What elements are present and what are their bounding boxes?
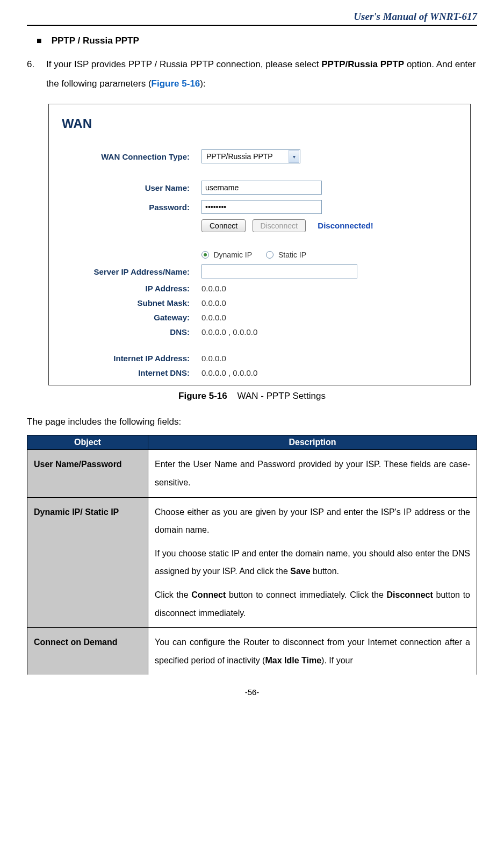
desc-bold: Disconnect xyxy=(387,590,433,599)
table-row: User Name/Password Enter the User Name a… xyxy=(27,450,477,497)
wan-conn-type-select[interactable]: PPTP/Russia PPTP ▾ xyxy=(201,149,300,163)
connect-button[interactable]: Connect xyxy=(201,219,246,232)
disconnect-button: Disconnect xyxy=(253,219,306,232)
para-text-1: If your ISP provides PPTP / Russia PPTP … xyxy=(46,59,321,69)
value-ip: 0.0.0.0 xyxy=(201,284,226,293)
desc-bold: Connect xyxy=(191,590,226,599)
figure-link[interactable]: Figure 5-16 xyxy=(152,78,200,89)
label-gateway: Gateway: xyxy=(62,313,201,322)
desc-para: Choose either as you are given by your I… xyxy=(155,503,470,539)
username-input[interactable] xyxy=(201,181,322,195)
cell-object: User Name/Password xyxy=(27,450,148,497)
caption-text: WAN - PPTP Settings xyxy=(237,391,326,401)
desc-text: button. xyxy=(311,567,339,576)
cell-description: Choose either as you are given by your I… xyxy=(148,497,477,628)
manual-title: User's Manual of WNRT-617 xyxy=(354,11,477,22)
cell-object: Dynamic IP/ Static IP xyxy=(27,497,148,628)
connection-status: Disconnected! xyxy=(318,221,373,230)
table-header-row: Object Description xyxy=(27,435,477,450)
desc-bold: Max Idle Time xyxy=(265,656,321,665)
section-heading: ■ PPTP / Russia PPTP xyxy=(37,35,477,46)
server-input[interactable] xyxy=(201,264,357,278)
numbered-instruction: 6. If your ISP provides PPTP / Russia PP… xyxy=(27,55,477,93)
static-ip-label: Static IP xyxy=(278,250,306,259)
figure-caption: Figure 5-16 WAN - PPTP Settings xyxy=(27,391,477,402)
value-dns: 0.0.0.0 , 0.0.0.0 xyxy=(201,327,257,337)
para-text-3: ): xyxy=(200,78,205,89)
table-row: Connect on Demand You can configure the … xyxy=(27,628,477,675)
label-subnet: Subnet Mask: xyxy=(62,298,201,307)
label-inet-dns: Internet DNS: xyxy=(62,368,201,377)
desc-text: ). If your xyxy=(321,656,353,665)
header-description: Description xyxy=(148,435,477,450)
caption-number: Figure 5-16 xyxy=(178,391,227,401)
static-ip-radio[interactable] xyxy=(266,251,273,259)
label-username: User Name: xyxy=(62,183,201,192)
page-number: -56- xyxy=(27,688,477,697)
desc-para: Click the Connect button to connect imme… xyxy=(155,586,470,622)
dynamic-ip-label: Dynamic IP xyxy=(213,250,252,259)
cell-description: Enter the User Name and Password provide… xyxy=(148,450,477,497)
cell-description: You can configure the Router to disconne… xyxy=(148,628,477,675)
password-input[interactable] xyxy=(201,200,322,214)
square-bullet-icon: ■ xyxy=(37,36,42,46)
table-row: Dynamic IP/ Static IP Choose either as y… xyxy=(27,497,477,628)
desc-text: Click the xyxy=(155,590,191,599)
label-password: Password: xyxy=(62,203,201,212)
instruction-text: If your ISP provides PPTP / Russia PPTP … xyxy=(46,55,477,93)
value-inet-ip: 0.0.0.0 xyxy=(201,354,226,363)
wan-title: WAN xyxy=(62,116,457,131)
figure-screenshot: WAN WAN Connection Type: PPTP/Russia PPT… xyxy=(48,104,471,385)
item-number: 6. xyxy=(27,55,46,93)
chevron-down-icon[interactable]: ▾ xyxy=(289,150,299,163)
fields-table: Object Description User Name/Password En… xyxy=(27,435,477,675)
select-value: PPTP/Russia PPTP xyxy=(202,152,288,161)
desc-para: If you choose static IP and enter the do… xyxy=(155,545,470,581)
value-inet-dns: 0.0.0.0 , 0.0.0.0 xyxy=(201,368,257,377)
page-header: User's Manual of WNRT-617 xyxy=(27,11,477,26)
label-ip: IP Address: xyxy=(62,284,201,293)
dynamic-ip-radio[interactable] xyxy=(201,251,209,259)
desc-text: button to connect immediately. Click the xyxy=(226,590,386,599)
label-server: Server IP Address/Name: xyxy=(62,267,201,276)
label-inet-ip: Internet IP Address: xyxy=(62,354,201,363)
value-gateway: 0.0.0.0 xyxy=(201,313,226,322)
label-dns: DNS: xyxy=(62,327,201,337)
section-label: PPTP / Russia PPTP xyxy=(52,35,139,46)
value-subnet: 0.0.0.0 xyxy=(201,298,226,307)
desc-bold: Save xyxy=(290,567,310,576)
cell-object: Connect on Demand xyxy=(27,628,148,675)
header-object: Object xyxy=(27,435,148,450)
radio-dot-icon xyxy=(204,253,207,256)
label-conn-type: WAN Connection Type: xyxy=(62,152,201,161)
para-bold: PPTP/Russia PPTP xyxy=(321,59,404,69)
fields-intro: The page includes the following fields: xyxy=(27,417,477,427)
